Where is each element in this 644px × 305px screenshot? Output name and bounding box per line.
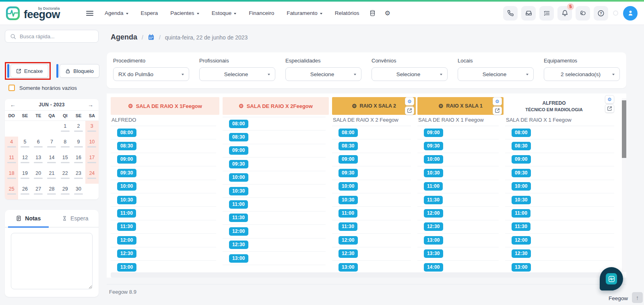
time-slot-button[interactable]: 11:00 [339,209,357,218]
calendar-day[interactable]: 15 [58,152,72,168]
nav-item-financeiro[interactable]: Financeiro [249,10,274,16]
time-slot-button[interactable]: 10:30 [117,196,136,204]
vertical-scrollbar-thumb[interactable] [622,100,626,158]
chat-button[interactable] [576,6,590,21]
time-slot-button[interactable]: 11:30 [424,196,443,204]
time-slot-button[interactable]: 08:00 [512,129,531,137]
nav-item-relatorios[interactable]: Relatórios [335,10,359,16]
time-slot-button[interactable]: 12:30 [424,222,443,231]
feegow-logo[interactable]: by Doctoralia feegow [6,6,81,21]
nav-item-faturamento[interactable]: Faturamento [287,10,322,16]
calendar-day[interactable]: 17 [85,152,99,168]
user-avatar[interactable] [623,6,638,21]
calendar-day[interactable]: 3 [85,121,99,137]
column-open-button[interactable] [493,106,502,115]
time-slot-button[interactable]: 12:30 [339,249,358,258]
settings-gear-icon[interactable]: ⚙ [385,10,390,17]
calendar-day[interactable]: 16 [72,152,85,168]
time-slot-button[interactable]: 12:00 [229,227,248,236]
time-slot-button[interactable]: 10:00 [512,182,531,191]
calendar-day[interactable]: 24 [85,168,99,184]
calendar-day[interactable]: 30 [72,184,85,199]
time-slot-button[interactable]: 11:00 [117,209,136,218]
nav-item-agenda[interactable]: Agenda [105,10,128,16]
time-slot-button[interactable]: 09:30 [512,169,531,177]
calendar-day[interactable]: 8 [58,137,72,152]
calendar-day[interactable]: 9 [72,137,85,152]
column-settings-button[interactable]: ⚙ [405,97,414,106]
calendar-day[interactable]: 13 [32,152,45,168]
column-settings-button[interactable]: ⚙ [493,97,502,106]
time-slot-button[interactable]: 11:30 [229,214,248,222]
time-slot-button[interactable]: 13:00 [512,263,531,272]
hamburger-menu-icon[interactable] [86,11,93,16]
time-slot-button[interactable]: 08:30 [229,133,248,141]
time-slot-button[interactable]: 11:00 [229,200,248,209]
time-slot-button[interactable]: 09:30 [339,169,358,177]
time-slot-button[interactable]: 12:30 [512,249,531,258]
time-slot-button[interactable]: 13:30 [424,249,443,258]
time-slot-button[interactable]: 12:00 [512,236,531,245]
time-slot-button[interactable]: 10:30 [424,169,443,177]
encaixe-button[interactable]: Encaixe [7,64,48,78]
time-slot-button[interactable]: 08:00 [339,129,358,137]
time-slot-button[interactable]: 08:30 [512,142,531,150]
time-slot-button[interactable]: 10:30 [229,187,248,195]
time-slot-button[interactable]: 10:30 [339,196,358,204]
filter-select[interactable]: 2 selecionado(s) [544,67,620,81]
calendar-day[interactable]: 18 [5,168,18,184]
time-slot-button[interactable]: 12:00 [117,236,136,245]
calendar-day[interactable]: 23 [72,168,85,184]
nav-item-espera[interactable]: Espera [141,10,158,16]
calendar-day[interactable]: 27 [32,184,45,199]
calendar-icon[interactable] [148,34,155,41]
time-slot-button[interactable]: 08:30 [117,142,136,150]
time-slot-button[interactable]: 10:00 [229,173,248,182]
phone-button[interactable] [503,6,518,21]
calendar-day[interactable]: 28 [45,184,58,199]
time-slot-button[interactable]: 11:00 [512,209,530,218]
inbox-button[interactable] [521,6,536,21]
bloqueio-button[interactable]: Bloqueio [56,64,99,78]
filter-select[interactable]: Selecione [199,67,275,81]
time-slot-button[interactable]: 13:00 [229,254,248,263]
scroll-to-top-button[interactable]: ↑ [632,292,643,303]
calendar-day[interactable]: 29 [58,184,72,199]
calendar-day[interactable]: 1 [58,121,72,137]
column-settings-button[interactable]: ⚙ [605,95,614,104]
time-slot-button[interactable]: 11:30 [339,222,357,231]
time-slot-button[interactable]: 09:00 [339,155,358,164]
empty-slots-checkbox[interactable] [8,85,15,91]
calendar-day[interactable]: 14 [45,152,58,168]
time-slot-button[interactable]: 13:00 [424,236,443,245]
time-slot-button[interactable]: 14:00 [424,263,443,272]
time-slot-button[interactable]: 12:00 [339,236,358,245]
filter-select[interactable]: Selecione [372,67,448,81]
calendar-day[interactable]: 22 [58,168,72,184]
notes-textarea[interactable] [11,233,93,289]
calendar-day[interactable]: 11 [5,152,18,168]
calendar-day[interactable]: 20 [32,168,45,184]
nav-item-pacientes[interactable]: Pacientes [170,10,199,16]
filter-select[interactable]: RX do Pulmão [113,67,189,81]
time-slot-button[interactable]: 09:30 [229,160,248,168]
calendar-day[interactable]: 7 [45,137,58,152]
time-slot-button[interactable]: 08:00 [229,120,248,128]
tasks-button[interactable] [539,6,554,21]
calendar-day[interactable]: 25 [5,184,18,199]
filter-select[interactable]: Selecione [285,67,361,81]
calendar-day[interactable]: 26 [18,184,31,199]
calendar-day[interactable]: 19 [18,168,31,184]
time-slot-button[interactable]: 09:00 [424,129,443,137]
notifications-button[interactable]: 5 [557,6,572,21]
time-slot-button[interactable]: 09:00 [117,155,136,164]
time-slot-button[interactable]: 12:30 [229,241,248,249]
database-icon[interactable] [369,10,376,17]
time-slot-button[interactable]: 12:00 [424,209,443,218]
time-slot-button[interactable]: 08:00 [117,129,136,137]
time-slot-button[interactable]: 08:30 [339,142,358,150]
vertical-scrollbar[interactable] [622,98,626,272]
calendar-day[interactable]: 6 [32,137,45,152]
calendar-day[interactable]: 12 [18,152,31,168]
horizontal-scrollbar[interactable] [111,272,618,278]
